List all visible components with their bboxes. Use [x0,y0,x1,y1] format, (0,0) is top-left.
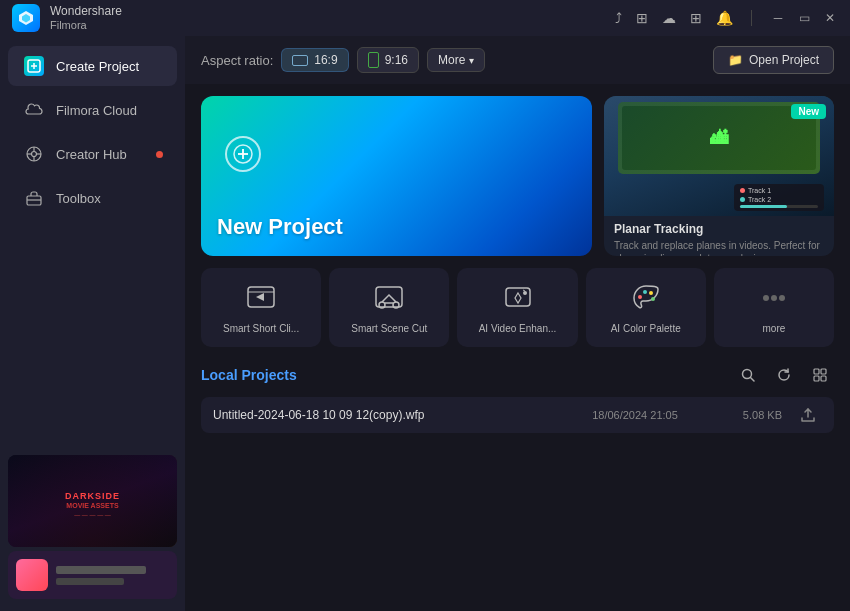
more-tools-icon [756,280,792,316]
darkside-panel-image: DARKSIDE MOVIE ASSETS — — — — — [8,455,177,547]
minimize-button[interactable]: ─ [770,11,786,25]
new-project-card[interactable]: New Project [201,96,592,256]
project-upload-button[interactable] [794,407,822,423]
sidebar-label-creator-hub: Creator Hub [56,147,127,162]
aspect-ratio-label: Aspect ratio: [201,53,273,68]
svg-line-24 [523,290,525,291]
local-projects-title: Local Projects [201,367,297,383]
smart-short-clip-label: Smart Short Cli... [223,322,299,335]
sidebar-panel-2[interactable] [8,551,177,599]
app-subtitle: Filmora [50,19,122,32]
sidebar: Create Project Filmora Cloud [0,36,185,611]
tracking-overlay: Track 1 Track 2 [734,184,824,211]
ratio-9-16-label: 9:16 [385,53,408,67]
clipboard-icon[interactable]: ⊞ [636,10,648,26]
svg-point-23 [523,291,527,295]
sidebar-item-create-project[interactable]: Create Project [8,46,177,86]
panel2-icon [16,559,48,591]
search-projects-button[interactable] [734,361,762,389]
ratio-9-16-icon [368,52,379,68]
smart-short-clip-icon [243,280,279,316]
share-icon[interactable]: ⤴ [615,10,622,26]
notification-dot [156,151,163,158]
project-row[interactable]: Untitled-2024-06-18 10 09 12(copy).wfp 1… [201,397,834,433]
tool-smart-scene-cut[interactable]: Smart Scene Cut [329,268,449,347]
svg-point-31 [779,295,785,301]
window-controls[interactable]: ─ ▭ ✕ [770,11,838,25]
sidebar-item-filmora-cloud[interactable]: Filmora Cloud [8,90,177,130]
close-button[interactable]: ✕ [822,11,838,25]
ratio-16-9-button[interactable]: 16:9 [281,48,348,72]
svg-line-33 [751,378,755,382]
new-project-label: New Project [217,214,343,240]
refresh-projects-button[interactable] [770,361,798,389]
sidebar-panels: DARKSIDE MOVIE ASSETS — — — — — [0,451,185,603]
sidebar-item-toolbox[interactable]: Toolbox [8,178,177,218]
main-layout: Create Project Filmora Cloud [0,36,850,611]
sidebar-label-filmora-cloud: Filmora Cloud [56,103,137,118]
smart-scene-cut-icon [371,280,407,316]
creator-hub-icon [24,144,44,164]
feature-card-title: Planar Tracking [614,222,824,236]
feature-card-description: Track and replace planes in videos. Perf… [614,239,824,256]
ratio-9-16-button[interactable]: 9:16 [357,47,419,73]
open-project-button[interactable]: 📁 Open Project [713,46,834,74]
tool-smart-short-clip[interactable]: Smart Short Cli... [201,268,321,347]
more-button[interactable]: More ▾ [427,48,485,72]
app-logo [12,4,40,32]
feature-card-image: 🏙 Track 1 Track 2 [604,96,834,216]
svg-point-28 [651,297,655,301]
content-area: Aspect ratio: 16:9 9:16 More ▾ 📁 Open Pr… [185,36,850,611]
open-project-label: Open Project [749,53,819,67]
svg-point-6 [32,152,37,157]
new-project-plus-icon [225,136,261,172]
create-project-icon [24,56,44,76]
feature-card-info: Planar Tracking Track and replace planes… [604,216,834,256]
bell-icon[interactable]: 🔔 [716,10,733,26]
quick-tools: Smart Short Cli... Smart Scene Cut [201,268,834,347]
tool-ai-video-enhance[interactable]: AI Video Enhan... [457,268,577,347]
svg-rect-37 [821,376,826,381]
svg-rect-35 [821,369,826,374]
top-cards: New Project 🏙 [201,96,834,256]
ai-video-enhance-label: AI Video Enhan... [479,322,557,335]
svg-rect-34 [814,369,819,374]
maximize-button[interactable]: ▭ [796,11,812,25]
sidebar-item-creator-hub[interactable]: Creator Hub [8,134,177,174]
smart-scene-cut-label: Smart Scene Cut [351,322,427,335]
toolbar: Aspect ratio: 16:9 9:16 More ▾ 📁 Open Pr… [185,36,850,84]
ratio-16-9-label: 16:9 [314,53,337,67]
chevron-down-icon: ▾ [469,55,474,66]
local-projects-actions [734,361,834,389]
app-name: Wondershare [50,4,122,18]
project-date: 18/06/2024 21:05 [570,409,700,421]
more-label: More [438,53,465,67]
svg-point-27 [649,291,653,295]
project-size: 5.08 KB [712,409,782,421]
divider [751,10,752,26]
svg-point-29 [763,295,769,301]
tool-ai-color-palette[interactable]: AI Color Palette [586,268,706,347]
sidebar-label-create-project: Create Project [56,59,139,74]
ai-color-palette-label: AI Color Palette [611,322,681,335]
svg-point-30 [771,295,777,301]
cloud-icon [24,100,44,120]
local-projects-header: Local Projects [201,361,834,389]
more-tools-label: more [763,322,786,335]
cloud-icon[interactable]: ☁ [662,10,676,26]
folder-icon: 📁 [728,53,743,67]
sidebar-label-toolbox: Toolbox [56,191,101,206]
sidebar-panel-darkside[interactable]: DARKSIDE MOVIE ASSETS — — — — — [8,455,177,547]
view-toggle-button[interactable] [806,361,834,389]
svg-rect-36 [814,376,819,381]
title-bar-icons: ⤴ ⊞ ☁ ⊞ 🔔 ─ ▭ ✕ [615,10,838,26]
ratio-16-9-icon [292,55,308,66]
grid-icon[interactable]: ⊞ [690,10,702,26]
tool-more[interactable]: more [714,268,834,347]
project-name: Untitled-2024-06-18 10 09 12(copy).wfp [213,408,558,422]
feature-card[interactable]: 🏙 Track 1 Track 2 [604,96,834,256]
svg-point-26 [643,290,647,294]
toolbox-icon [24,188,44,208]
app-branding: Wondershare Filmora [12,4,122,32]
title-bar: Wondershare Filmora ⤴ ⊞ ☁ ⊞ 🔔 ─ ▭ ✕ [0,0,850,36]
